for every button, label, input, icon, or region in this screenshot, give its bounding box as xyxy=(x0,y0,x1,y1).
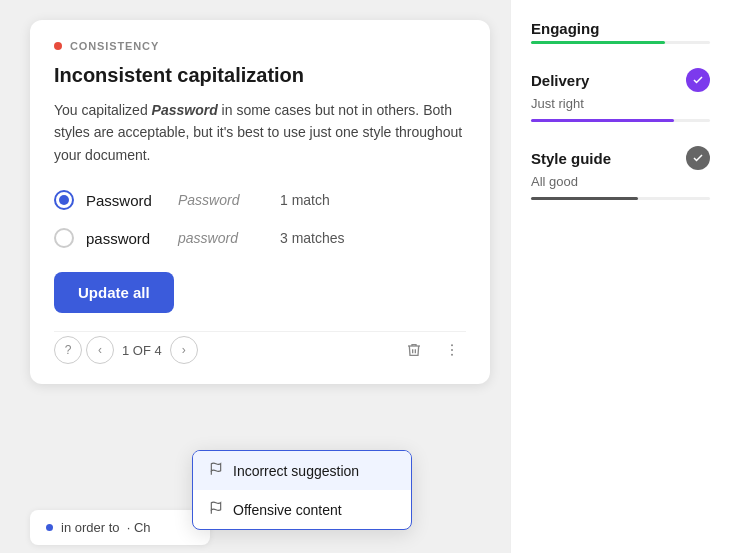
card-title: Inconsistent capitalization xyxy=(54,64,466,87)
category-label: CONSISTENCY xyxy=(70,40,159,52)
nav-count: 1 OF 4 xyxy=(122,343,162,358)
next-button[interactable]: › xyxy=(170,336,198,364)
nav-bar: ? ‹ 1 OF 4 › xyxy=(54,331,466,364)
metric-style-guide-fill xyxy=(531,197,638,200)
metric-delivery-bar xyxy=(531,119,710,122)
right-panel: Engaging Delivery Just right Style guide xyxy=(510,0,730,553)
radio-password-lower[interactable] xyxy=(54,228,74,248)
options-list: Password Password 1 match password passw… xyxy=(54,186,466,252)
option-example-1: password xyxy=(178,230,268,246)
nav-right xyxy=(400,336,466,364)
radio-password-upper[interactable] xyxy=(54,190,74,210)
option-count-1: 3 matches xyxy=(280,230,345,246)
option-example-0: Password xyxy=(178,192,268,208)
incorrect-suggestion-item[interactable]: Incorrect suggestion xyxy=(193,451,411,490)
metric-engaging: Engaging xyxy=(531,20,710,44)
consistency-card: CONSISTENCY Inconsistent capitalization … xyxy=(30,20,490,384)
svg-point-1 xyxy=(451,349,453,351)
svg-point-2 xyxy=(451,354,453,356)
metric-style-guide-sub: All good xyxy=(531,174,710,189)
option-row-0[interactable]: Password Password 1 match xyxy=(54,186,466,214)
metric-engaging-bar xyxy=(531,41,710,44)
bottom-text: in order to · Ch xyxy=(61,520,151,535)
option-row-1[interactable]: password password 3 matches xyxy=(54,224,466,252)
metric-style-guide-header: Style guide xyxy=(531,146,710,170)
nav-left: ? ‹ 1 OF 4 › xyxy=(54,336,198,364)
metric-delivery: Delivery Just right xyxy=(531,68,710,122)
metric-style-guide-bar xyxy=(531,197,710,200)
metric-delivery-sub: Just right xyxy=(531,96,710,111)
metric-delivery-name: Delivery xyxy=(531,72,589,89)
option-label-0: Password xyxy=(86,192,166,209)
flag-icon-1 xyxy=(209,501,223,518)
delivery-check-icon xyxy=(686,68,710,92)
metric-engaging-fill xyxy=(531,41,665,44)
metric-style-guide: Style guide All good xyxy=(531,146,710,200)
option-count-0: 1 match xyxy=(280,192,330,208)
offensive-content-label: Offensive content xyxy=(233,502,342,518)
more-options-icon[interactable] xyxy=(438,336,466,364)
metric-engaging-name: Engaging xyxy=(531,20,599,37)
offensive-content-item[interactable]: Offensive content xyxy=(193,490,411,529)
metric-delivery-fill xyxy=(531,119,674,122)
help-icon[interactable]: ? xyxy=(54,336,82,364)
trash-icon[interactable] xyxy=(400,336,428,364)
option-label-1: password xyxy=(86,230,166,247)
bottom-suggestion-row: in order to · Ch xyxy=(30,510,210,545)
category-dot xyxy=(54,42,62,50)
update-all-button[interactable]: Update all xyxy=(54,272,174,313)
flag-icon-0 xyxy=(209,462,223,479)
incorrect-suggestion-label: Incorrect suggestion xyxy=(233,463,359,479)
metric-delivery-header: Delivery xyxy=(531,68,710,92)
svg-point-0 xyxy=(451,345,453,347)
category-label-row: CONSISTENCY xyxy=(54,40,466,52)
bottom-dot xyxy=(46,524,53,531)
card-description: You capitalized Password in some cases b… xyxy=(54,99,466,166)
prev-button[interactable]: ‹ xyxy=(86,336,114,364)
metric-engaging-header: Engaging xyxy=(531,20,710,37)
style-guide-check-icon xyxy=(686,146,710,170)
context-menu: Incorrect suggestion Offensive content xyxy=(192,450,412,530)
metric-style-guide-name: Style guide xyxy=(531,150,611,167)
